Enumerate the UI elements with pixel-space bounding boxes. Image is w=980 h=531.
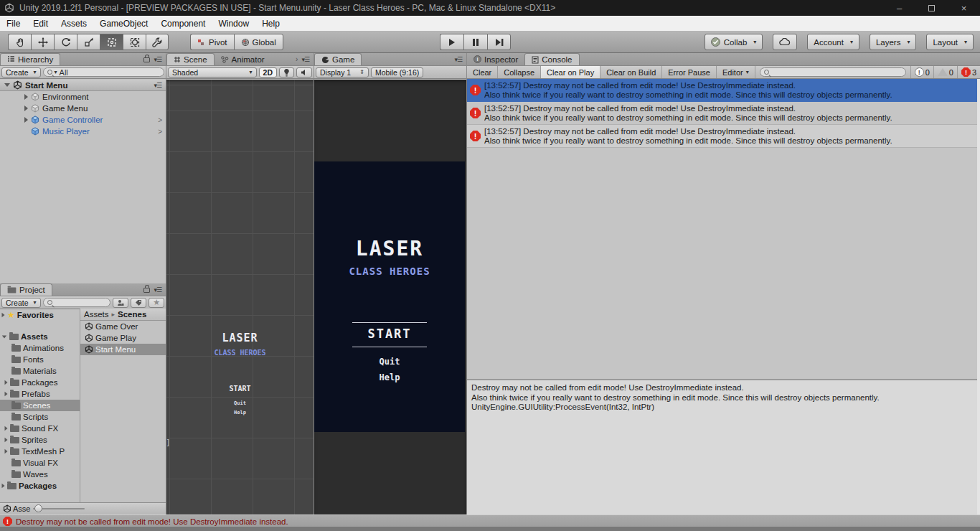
console-search-input[interactable] <box>760 67 906 77</box>
tree-item-sound-fx[interactable]: Sound FX <box>0 423 80 434</box>
project-search-input[interactable] <box>43 298 111 307</box>
tree-item-visual-fx[interactable]: Visual FX <box>0 457 80 469</box>
pause-button[interactable] <box>463 34 487 50</box>
rect-tool-button[interactable] <box>100 34 123 50</box>
menu-component[interactable]: Component <box>154 16 212 32</box>
tab-scene[interactable]: Scene <box>166 53 215 65</box>
collapse-arrow-icon[interactable] <box>24 117 28 123</box>
tab-animator[interactable]: Animator <box>215 53 271 65</box>
display-dropdown[interactable]: Display 1⇕ <box>316 67 369 77</box>
lock-icon[interactable] <box>143 57 150 62</box>
play-button[interactable] <box>440 34 463 50</box>
close-button[interactable]: × <box>948 0 980 16</box>
panel-menu-icon[interactable]: ▾☰ <box>154 286 161 293</box>
layout-dropdown[interactable]: Layout▾ <box>926 34 974 50</box>
menu-gameobject[interactable]: GameObject <box>93 16 154 32</box>
collab-dropdown[interactable]: Collab▾ <box>705 34 763 50</box>
tree-item-animations[interactable]: Animations <box>0 342 80 354</box>
scene-header-row[interactable]: Start Menu ▾☰ <box>0 80 166 91</box>
panel-menu-icon[interactable]: ▾☰ <box>454 56 462 63</box>
search-by-type-button[interactable] <box>113 298 128 308</box>
collapse-button[interactable]: Collapse <box>498 66 541 78</box>
account-dropdown[interactable]: Account▾ <box>807 34 859 50</box>
menu-file[interactable]: File <box>0 16 27 32</box>
custom-tool-button[interactable] <box>146 34 169 50</box>
clear-on-play-toggle[interactable]: Clear on Play <box>541 66 600 78</box>
thumbnail-size-slider[interactable] <box>33 508 85 509</box>
menu-help[interactable]: Help <box>255 16 286 32</box>
menu-assets[interactable]: Assets <box>55 16 93 32</box>
tab-game[interactable]: Game <box>314 53 362 65</box>
panel-menu-icon[interactable]: ▾☰ <box>301 56 309 63</box>
tree-item-prefabs[interactable]: Prefabs <box>0 388 80 400</box>
console-entry[interactable]: ! [13:52:57] Destroy may not be called f… <box>467 79 977 102</box>
aspect-ratio-dropdown[interactable]: Mobile (9:16) <box>371 67 423 77</box>
collapse-arrow-icon[interactable] <box>24 105 28 111</box>
tab-inspector[interactable]: i Inspector <box>467 53 524 65</box>
project-create-button[interactable]: Create▾ <box>1 298 41 308</box>
move-tool-button[interactable] <box>31 34 54 50</box>
prefab-open-arrow[interactable]: > <box>158 128 162 136</box>
scene-menu-icon[interactable]: ▾☰ <box>154 82 166 89</box>
hand-tool-button[interactable] <box>8 34 31 50</box>
minimize-button[interactable]: – <box>883 0 915 16</box>
tab-project[interactable]: Project <box>0 283 52 296</box>
asset-game-over[interactable]: Game Over <box>80 321 166 332</box>
hierarchy-item-music-player[interactable]: Music Player > <box>0 126 166 137</box>
tab-overflow-icon[interactable]: › <box>296 55 298 63</box>
menu-window[interactable]: Window <box>212 16 255 32</box>
asset-game-play[interactable]: Game Play <box>80 332 166 344</box>
tab-console[interactable]: Console <box>524 53 579 65</box>
scale-tool-button[interactable] <box>77 34 100 50</box>
layers-dropdown[interactable]: Layers▾ <box>870 34 917 50</box>
hierarchy-item-game-controller[interactable]: Game Controller > <box>0 114 166 126</box>
tree-item-assets[interactable]: Assets <box>0 331 80 342</box>
search-by-label-button[interactable] <box>131 298 146 308</box>
step-button[interactable] <box>487 34 511 50</box>
cloud-button[interactable] <box>773 34 797 50</box>
console-entry[interactable]: ! [13:52:57] Destroy may not be called f… <box>467 125 977 148</box>
tree-item-materials[interactable]: Materials <box>0 365 80 377</box>
info-count[interactable]: !0 <box>910 66 933 78</box>
clear-button[interactable]: Clear <box>467 66 498 78</box>
breadcrumb-scenes[interactable]: Scenes <box>118 310 146 319</box>
console-entry[interactable]: ! [13:52:57] Destroy may not be called f… <box>467 102 977 125</box>
audio-toggle-button[interactable] <box>296 67 312 77</box>
tree-item-fonts[interactable]: Fonts <box>0 354 80 365</box>
console-scrollbar[interactable] <box>977 79 980 514</box>
error-pause-toggle[interactable]: Error Pause <box>662 66 717 78</box>
2d-toggle-button[interactable]: 2D <box>259 67 277 77</box>
tree-item-scenes[interactable]: Scenes <box>0 400 80 411</box>
rotate-tool-button[interactable] <box>54 34 77 50</box>
pivot-toggle-button[interactable]: Pivot <box>190 34 234 50</box>
hierarchy-create-button[interactable]: Create▾ <box>1 67 41 77</box>
breadcrumb-assets[interactable]: Assets <box>84 310 109 319</box>
expand-arrow-icon[interactable] <box>4 83 10 87</box>
lock-icon[interactable] <box>143 288 150 293</box>
collapse-arrow-icon[interactable] <box>24 94 28 100</box>
clear-on-build-toggle[interactable]: Clear on Build <box>600 66 662 78</box>
start-button[interactable]: START <box>314 326 465 341</box>
error-count[interactable]: !3 <box>957 66 980 78</box>
tree-item-scripts[interactable]: Scripts <box>0 411 80 423</box>
hierarchy-item-environment[interactable]: Environment <box>0 91 166 103</box>
tree-item-packages[interactable]: Packages <box>0 377 80 388</box>
hierarchy-search-input[interactable]: ▾All <box>43 67 164 77</box>
tree-item-sprites[interactable]: Sprites <box>0 434 80 446</box>
quit-button[interactable]: Quit <box>314 357 465 367</box>
editor-dropdown[interactable]: Editor▾ <box>717 66 755 78</box>
tree-item-textmesh[interactable]: TextMesh P <box>0 446 80 457</box>
asset-start-menu[interactable]: Start Menu <box>80 344 166 355</box>
transform-tool-button[interactable] <box>123 34 146 50</box>
warning-count[interactable]: 0 <box>933 66 957 78</box>
panel-menu-icon[interactable]: ▾☰ <box>154 56 161 63</box>
tree-item-packages-root[interactable]: Packages <box>0 480 80 492</box>
favorites-star-button[interactable]: ★ <box>149 298 164 308</box>
menu-edit[interactable]: Edit <box>27 16 55 32</box>
global-toggle-button[interactable]: Global <box>234 34 283 50</box>
status-bar[interactable]: ! Destroy may not be called from edit mo… <box>0 514 980 531</box>
tree-item-favorites[interactable]: ★Favorites <box>0 309 80 321</box>
lighting-toggle-button[interactable] <box>279 67 294 77</box>
help-button[interactable]: Help <box>314 372 465 382</box>
shading-mode-dropdown[interactable]: Shaded▾ <box>168 67 257 77</box>
